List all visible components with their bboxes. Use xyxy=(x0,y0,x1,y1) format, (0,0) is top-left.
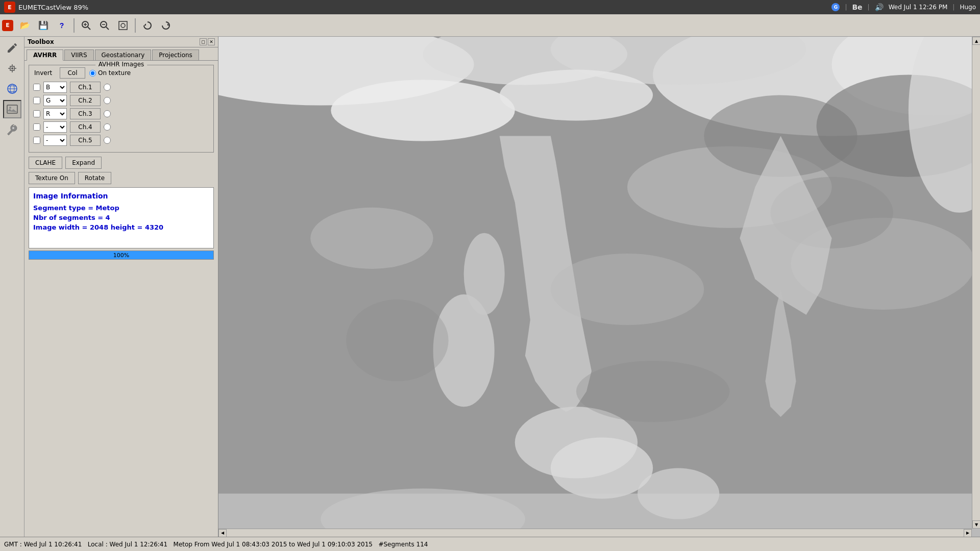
ch3-checkbox[interactable] xyxy=(33,110,40,117)
svg-line-5 xyxy=(106,27,109,30)
ch5-button[interactable]: Ch.5 xyxy=(70,135,101,146)
main-layout: Toolbox ◻ ✕ AVHRR VIIRS Geostationary Pr… xyxy=(0,37,980,537)
toolbar-sep1 xyxy=(74,18,75,33)
toolbox-title: Toolbox xyxy=(28,38,54,45)
zoom-out-button[interactable] xyxy=(96,17,113,34)
ch2-checkbox[interactable] xyxy=(33,97,40,104)
action-buttons-row1: CLAHE Expand xyxy=(29,157,214,169)
map-area[interactable]: ◀ ▶ ▲ ▼ xyxy=(218,37,980,537)
scroll-left-btn[interactable]: ◀ xyxy=(218,529,227,537)
sidebar-wrench-btn[interactable] xyxy=(3,120,21,139)
toolbox-content: AVHHR Images Invert Col On texture B G xyxy=(24,61,218,537)
status-metop: Metop From Wed Jul 1 08:43:03 2015 to We… xyxy=(174,541,373,548)
save-button[interactable]: 💾 xyxy=(35,17,52,34)
toolbar-app-icon: E xyxy=(2,20,13,31)
refresh-button[interactable] xyxy=(139,17,156,34)
ch1-checkbox[interactable] xyxy=(33,84,40,91)
zoom-in-button[interactable] xyxy=(78,17,95,34)
progress-bar-container: 100% xyxy=(29,251,214,260)
toolbox-titlebar: Toolbox ◻ ✕ xyxy=(24,37,218,47)
titlebar-separator3: | xyxy=(952,4,954,11)
titlebar-separator1: | xyxy=(845,4,847,11)
app-title: EUMETCastView 89% xyxy=(18,4,88,11)
ch1-button[interactable]: Ch.1 xyxy=(70,82,101,93)
titlebar-right: G | Be | 🔊 Wed Jul 1 12:26 PM | Hugo xyxy=(831,3,976,11)
nbr-segments-line: Nbr of segments = 4 xyxy=(33,214,209,221)
zoom-out-icon xyxy=(100,20,110,31)
col-button[interactable]: Col xyxy=(60,67,85,79)
ch2-button[interactable]: Ch.2 xyxy=(70,95,101,106)
channel-row-g: G B R Ch.2 xyxy=(33,95,209,106)
on-texture-label: On texture xyxy=(89,69,131,77)
status-segments: #Segments 114 xyxy=(378,541,428,548)
ch4-button[interactable]: Ch.4 xyxy=(70,121,101,133)
clahe-button[interactable]: CLAHE xyxy=(29,157,62,169)
tab-geostationary[interactable]: Geostationary xyxy=(95,49,152,60)
rotate-button[interactable]: Rotate xyxy=(78,172,111,184)
tabs-container: AVHRR VIIRS Geostationary Projections xyxy=(24,47,218,61)
ch2-radio[interactable] xyxy=(104,97,111,104)
next-icon xyxy=(161,20,171,31)
open-button[interactable]: 📂 xyxy=(16,17,34,34)
svg-point-35 xyxy=(551,254,704,325)
texture-on-button[interactable]: Texture On xyxy=(29,172,75,184)
channel-row-4: - B G R Ch.4 xyxy=(33,121,209,133)
invert-label: Invert xyxy=(34,69,60,77)
volume-icon[interactable]: 🔊 xyxy=(875,3,884,11)
ch4-radio[interactable] xyxy=(104,123,111,131)
image-icon xyxy=(6,103,18,115)
progress-label: 100% xyxy=(29,251,213,260)
next-button[interactable] xyxy=(157,17,175,34)
on-texture-radio[interactable] xyxy=(89,70,96,77)
svg-point-21 xyxy=(9,107,11,109)
ch5-radio[interactable] xyxy=(104,137,111,144)
scroll-track-v[interactable] xyxy=(972,45,980,520)
satellite-image xyxy=(218,37,980,537)
zoom-fit-button[interactable] xyxy=(114,17,132,34)
titlebar-separator2: | xyxy=(868,4,870,11)
sidebar-satellite-btn[interactable] xyxy=(3,59,21,78)
scroll-down-btn[interactable]: ▼ xyxy=(972,520,980,529)
avhhr-images-title: AVHHR Images xyxy=(95,61,148,68)
svg-point-33 xyxy=(464,233,505,315)
scroll-right-btn[interactable]: ▶ xyxy=(964,529,972,537)
ch1-select[interactable]: B G R xyxy=(43,82,67,93)
ch3-radio[interactable] xyxy=(104,110,111,117)
channel-row-r: R B G Ch.3 xyxy=(33,108,209,119)
sidebar-globe-btn[interactable] xyxy=(3,80,21,98)
ch5-checkbox[interactable] xyxy=(33,137,40,144)
svg-point-42 xyxy=(551,437,653,498)
zoom-fit-icon xyxy=(118,20,128,31)
tab-projections[interactable]: Projections xyxy=(152,49,199,60)
tab-avhrr[interactable]: AVHRR xyxy=(27,49,63,61)
help-button[interactable]: ? xyxy=(53,17,70,34)
channel-row-b: B G R Ch.1 xyxy=(33,82,209,93)
svg-point-30 xyxy=(500,69,653,120)
sidebar-pencil-btn[interactable] xyxy=(3,39,21,57)
scroll-track-h[interactable] xyxy=(227,529,964,537)
tab-viirs[interactable]: VIIRS xyxy=(64,49,93,60)
ch4-select[interactable]: - B G R xyxy=(43,121,67,133)
toolbox-restore-btn[interactable]: ◻ xyxy=(200,38,207,45)
titlebar: E EUMETCastView 89% G | Be | 🔊 Wed Jul 1… xyxy=(0,0,980,14)
scroll-up-btn[interactable]: ▲ xyxy=(972,37,980,45)
toolbar-sep2 xyxy=(135,18,136,33)
toolbox-panel: Toolbox ◻ ✕ AVHRR VIIRS Geostationary Pr… xyxy=(24,37,218,537)
sidebar-icons xyxy=(0,37,24,537)
globe-icon xyxy=(6,83,18,95)
ch5-select[interactable]: - B G R xyxy=(43,135,67,146)
titlebar-icon-be: Be xyxy=(852,3,862,11)
ch4-checkbox[interactable] xyxy=(33,123,40,131)
titlebar-user: Hugo xyxy=(960,4,976,11)
svg-marker-9 xyxy=(144,23,146,26)
ch3-button[interactable]: Ch.3 xyxy=(70,108,101,119)
ch1-radio[interactable] xyxy=(104,84,111,91)
sidebar-image-btn[interactable] xyxy=(3,100,21,118)
toolbox-close-btn[interactable]: ✕ xyxy=(208,38,215,45)
app-icon: E xyxy=(4,2,15,13)
ch3-select[interactable]: R B G xyxy=(43,108,67,119)
satellite-icon xyxy=(6,62,18,74)
ch2-select[interactable]: G B R xyxy=(43,95,67,106)
expand-button[interactable]: Expand xyxy=(65,157,102,169)
map-canvas: ◀ ▶ ▲ ▼ xyxy=(218,37,980,537)
